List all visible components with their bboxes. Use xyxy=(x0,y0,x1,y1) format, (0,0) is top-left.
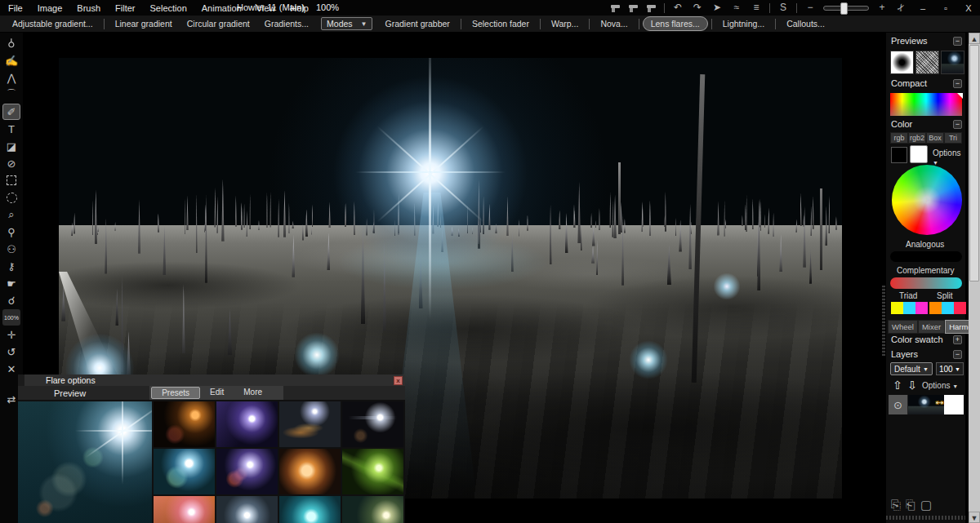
triad-color-swatch[interactable] xyxy=(915,302,928,314)
panel-grip[interactable] xyxy=(882,286,885,356)
layers-options-dropdown[interactable]: Options ▼ xyxy=(922,381,958,390)
panel-tab-wheel[interactable]: Wheel xyxy=(888,320,918,334)
restore-button[interactable]: ▫ xyxy=(938,3,954,13)
cut-tool-icon[interactable]: ✂ xyxy=(892,0,911,17)
flare-preset[interactable] xyxy=(279,401,341,447)
menu-file[interactable]: File xyxy=(7,2,31,15)
anchor-tool[interactable]: ⚇ xyxy=(2,241,20,257)
move-tool[interactable]: ✛ xyxy=(2,326,20,343)
color-options-dropdown[interactable]: Options ▼ xyxy=(933,148,965,166)
primary-color-swatch[interactable] xyxy=(891,147,907,163)
dialog-tab-edit[interactable]: Edit xyxy=(200,387,234,399)
toolbar-button-gradients[interactable]: Gradients... xyxy=(257,16,316,31)
color-tab-rgb[interactable]: rgb xyxy=(890,132,908,144)
toolbar-button-selection-fader[interactable]: Selection fader xyxy=(465,16,537,31)
fill-hand-tool[interactable]: ☛ xyxy=(2,275,20,291)
color-tab-tri[interactable]: Tri xyxy=(944,132,962,144)
toolbar-button-lens-flares[interactable]: Lens flares... xyxy=(643,16,708,31)
color-tab-box[interactable]: Box xyxy=(926,132,944,144)
toolbar-button-circular-gradient[interactable]: Circular gradient xyxy=(180,16,257,31)
swap-buffer-1-icon[interactable] xyxy=(610,3,621,13)
menu-brush[interactable]: Brush xyxy=(75,2,109,15)
polyline-tool[interactable]: ⋀ xyxy=(2,69,20,86)
airbrush-tool[interactable]: ⚲ xyxy=(2,35,20,51)
pointer-icon[interactable]: ➤ xyxy=(710,0,724,16)
list-icon[interactable]: ≡ xyxy=(750,0,763,16)
flare-preset[interactable] xyxy=(342,496,403,523)
warp-path-icon[interactable]: ≈ xyxy=(730,0,743,16)
analogous-bar[interactable] xyxy=(890,251,962,262)
toolbar-button-gradient-grabber[interactable]: Gradient grabber xyxy=(377,16,457,31)
flare-preset[interactable] xyxy=(216,401,278,447)
dialog-close-button[interactable]: x xyxy=(394,376,403,385)
add-layer-icon[interactable]: ⎘ xyxy=(891,498,901,512)
undo-icon[interactable]: ↶ xyxy=(671,0,684,16)
flare-preset[interactable] xyxy=(279,449,341,494)
smooth-icon[interactable]: S xyxy=(777,0,790,16)
toolbar-button-nova[interactable]: Nova... xyxy=(593,16,635,31)
zoom-slider[interactable] xyxy=(823,6,869,11)
flare-preset[interactable] xyxy=(154,401,215,447)
lens-tool[interactable]: ☌ xyxy=(2,292,20,308)
complementary-bar[interactable] xyxy=(890,277,962,289)
color-wheel[interactable] xyxy=(892,165,962,235)
split-color-swatch[interactable] xyxy=(942,302,954,314)
zoom-100-tool[interactable]: 100% xyxy=(2,309,20,326)
toolbar-button-callouts[interactable]: Callouts... xyxy=(779,16,832,31)
undo-tool[interactable]: ↺ xyxy=(2,343,20,360)
flare-preset[interactable] xyxy=(279,496,341,523)
scrollbar-thumb[interactable] xyxy=(969,45,979,281)
texture-preview-thumb[interactable] xyxy=(915,51,939,74)
magnifier-tool[interactable]: ⌕ xyxy=(2,206,20,223)
secondary-color-swatch[interactable] xyxy=(910,145,928,163)
collapse-color-button[interactable]: − xyxy=(953,120,962,129)
menu-image[interactable]: Image xyxy=(36,2,71,15)
swap-buffer-2-icon[interactable] xyxy=(628,3,639,13)
dialog-tab-presets[interactable]: Presets xyxy=(151,387,200,399)
duplicate-layer-icon[interactable]: ⎗ xyxy=(906,498,915,512)
panel-scrollbar[interactable]: ▲ ▼ xyxy=(969,33,980,523)
scroll-up-icon[interactable]: ▲ xyxy=(969,33,980,44)
layer-down-icon[interactable]: ⇩ xyxy=(907,379,917,392)
key-tool[interactable]: ⚷ xyxy=(2,258,20,274)
collapse-previews-button[interactable]: − xyxy=(953,37,962,46)
menu-filter[interactable]: Filter xyxy=(114,2,143,15)
circle-select-tool[interactable] xyxy=(2,189,20,206)
collapse-compact-button[interactable]: − xyxy=(953,79,962,88)
layer-up-icon[interactable]: ⇧ xyxy=(893,379,902,392)
layer-opacity-select[interactable]: 100 ▼ xyxy=(936,362,964,375)
close-button[interactable]: X xyxy=(960,3,977,13)
flare-preset[interactable] xyxy=(154,449,215,494)
swap-buffer-3-icon[interactable] xyxy=(646,3,657,13)
gradient-preview-thumb[interactable] xyxy=(890,51,914,74)
flare-preset[interactable] xyxy=(342,449,403,494)
triad-color-swatch[interactable] xyxy=(903,302,915,314)
flare-large-preview[interactable] xyxy=(18,401,152,523)
slider-handle[interactable] xyxy=(840,2,848,15)
minimize-button[interactable]: – xyxy=(915,3,931,13)
split-color-swatch[interactable] xyxy=(929,302,942,314)
toolbar-button-warp[interactable]: Warp... xyxy=(544,16,586,31)
zoom-out-icon[interactable]: − xyxy=(804,0,817,16)
flare-preset[interactable] xyxy=(216,449,278,494)
panel-tab-mixer[interactable]: Mixer xyxy=(918,320,945,334)
scene-preview-thumb[interactable] xyxy=(941,51,964,74)
layer-list-item[interactable]: ⊙ xyxy=(889,395,964,414)
ellipse-tool[interactable]: ⊘ xyxy=(2,155,20,171)
layer-visibility-eye-icon[interactable]: ⊙ xyxy=(889,395,908,414)
scroll-down-icon[interactable]: ▼ xyxy=(969,512,980,523)
triad-color-swatch[interactable] xyxy=(891,302,903,314)
compact-color-picker[interactable] xyxy=(890,93,962,116)
slider-track[interactable] xyxy=(823,6,869,11)
rect-select-tool[interactable] xyxy=(2,172,20,188)
pin-tool[interactable]: ⚲ xyxy=(2,224,20,240)
collapse-layers-button[interactable]: − xyxy=(953,350,962,359)
layer-blend-mode-select[interactable]: Default ▼ xyxy=(890,362,933,375)
modes-select[interactable]: Modes▼ xyxy=(321,17,372,30)
expand-color-swatch-button[interactable]: + xyxy=(953,335,962,344)
text-tool[interactable]: T xyxy=(2,121,20,137)
flare-preset[interactable] xyxy=(216,496,278,523)
color-tab-rgb2[interactable]: rgb2 xyxy=(908,132,926,144)
curve-tool[interactable]: ⌒ xyxy=(2,86,20,103)
toolbar-button-lightning[interactable]: Lightning... xyxy=(715,16,772,31)
